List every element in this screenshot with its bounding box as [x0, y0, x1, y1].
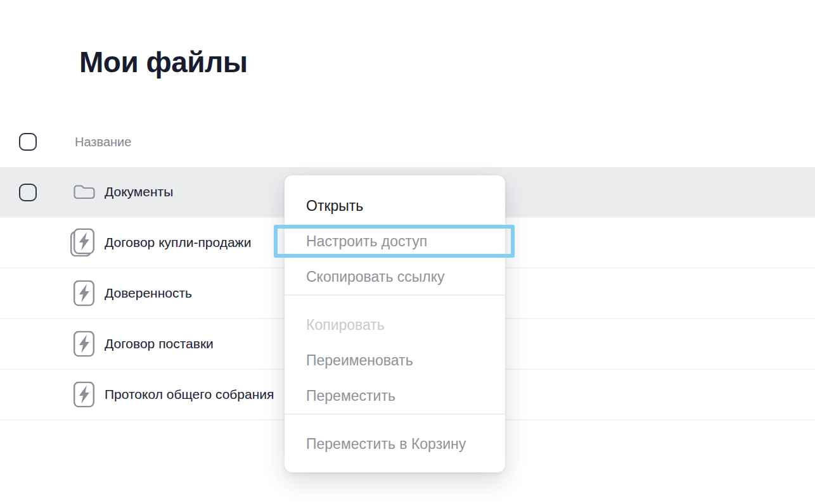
select-all-checkbox[interactable]: [19, 133, 37, 151]
page-title: Мои файлы: [79, 46, 248, 79]
context-menu-group-edit: Копировать Переименовать Переместить: [285, 296, 505, 415]
file-name: Протокол общего собрания: [105, 387, 274, 402]
menu-item-copy: Копировать: [285, 307, 505, 343]
context-menu-group-open: Открыть Настроить доступ Скопировать ссы…: [285, 175, 505, 296]
folder-icon: [74, 184, 95, 200]
row-checkbox[interactable]: [19, 184, 37, 201]
menu-item-share-access[interactable]: Настроить доступ: [285, 224, 505, 259]
file-name: Документы: [105, 184, 173, 199]
column-header-name[interactable]: Название: [75, 134, 131, 150]
my-files-page: Мои файлы Название Документы Договор куп…: [0, 0, 815, 504]
menu-item-move[interactable]: Переместить: [285, 378, 505, 413]
context-menu: Открыть Настроить доступ Скопировать ссы…: [285, 175, 505, 472]
flash-doc-icon: [74, 382, 94, 408]
menu-item-copy-link[interactable]: Скопировать ссылку: [285, 259, 505, 294]
flash-doc-icon: [74, 280, 94, 306]
context-menu-group-trash: Переместить в Корзину: [285, 415, 505, 472]
menu-item-open[interactable]: Открыть: [285, 188, 505, 224]
flash-doc-icon: [74, 331, 94, 357]
file-name: Доверенность: [105, 286, 192, 301]
file-name: Договор купли-продажи: [105, 235, 251, 250]
menu-item-rename[interactable]: Переименовать: [285, 343, 505, 378]
flash-doc-stack-icon: [70, 229, 94, 257]
menu-item-move-to-trash[interactable]: Переместить в Корзину: [285, 426, 505, 462]
file-name: Договор поставки: [105, 336, 214, 351]
